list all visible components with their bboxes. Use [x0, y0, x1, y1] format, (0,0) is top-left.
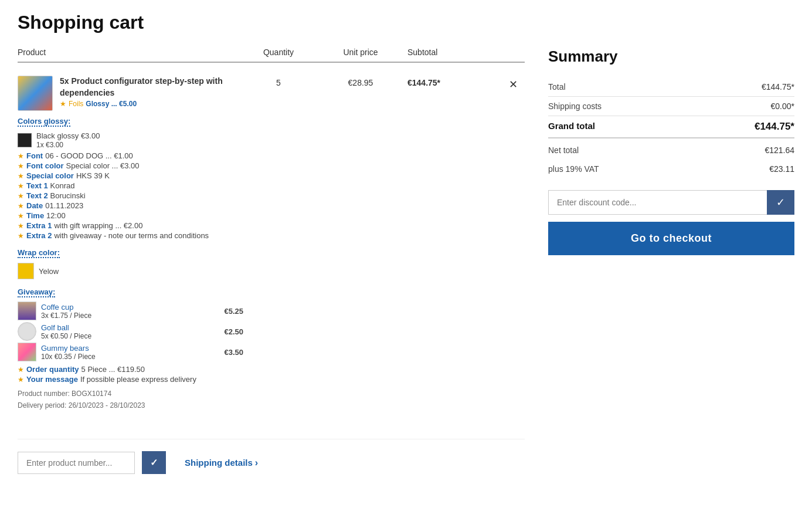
summary-net-row: Net total €121.64 [548, 141, 794, 160]
text1-star: ★ [18, 182, 24, 190]
giveaway-item-golf: Golf ball 5x €0.50 / Piece €2.50 [18, 322, 243, 341]
time-label: Time [26, 211, 44, 220]
col-header-subtotal: Subtotal [407, 48, 501, 57]
your-message-value: If possible please express delivery [80, 375, 196, 384]
font-color-star: ★ [18, 162, 24, 170]
product-number-label: Product number: [18, 390, 70, 398]
product-name: 5x Product configurator step-by-step wit… [60, 76, 243, 99]
cart-section: Product Quantity Unit price Subtotal 5x … [18, 48, 525, 474]
summary-vat-value: €23.11 [769, 164, 794, 174]
gummy-bears-name: Gummy bears [41, 344, 96, 353]
cart-subtotal: €144.75* [407, 76, 501, 87]
date-star: ★ [18, 202, 24, 210]
foils-value: Glossy ... €5.00 [86, 100, 137, 108]
col-header-product: Product [18, 48, 243, 57]
shipping-details-arrow-icon: › [255, 458, 258, 468]
summary-net-label: Net total [548, 145, 579, 155]
font-star: ★ [18, 152, 24, 160]
date-label: Date [26, 201, 43, 210]
text2-value: Borucinski [50, 191, 86, 200]
col-header-remove [501, 48, 525, 57]
text1-line: ★ Text 1 Konrad [18, 181, 243, 190]
special-color-star: ★ [18, 172, 24, 180]
order-qty-star: ★ [18, 365, 24, 374]
giveaway-coffe-info: Coffe cup 3x €1.75 / Piece [41, 303, 91, 320]
coffe-cup-qty: 3x €1.75 / Piece [41, 312, 91, 320]
gummy-bears-qty: 10x €0.35 / Piece [41, 353, 96, 361]
delivery-period: Delivery period: 26/10/2023 - 28/10/2023 [18, 401, 243, 409]
product-thumbnail [18, 76, 53, 111]
shipping-details-label: Shipping details [185, 458, 253, 468]
font-value: 06 - GOOD DOG ... €1.00 [45, 151, 133, 160]
your-message-star: ★ [18, 375, 24, 384]
golf-ball-price: €2.50 [224, 327, 243, 336]
wrap-color-row: Yelow [18, 263, 243, 279]
extra2-label: Extra 2 [26, 231, 52, 240]
giveaway-gummy-info: Gummy bears 10x €0.35 / Piece [41, 344, 96, 361]
product-number-value: BOGX10174 [72, 390, 111, 398]
coffe-cup-name: Coffe cup [41, 303, 91, 312]
text1-label: Text 1 [26, 181, 48, 190]
extra1-value: with gift wrapping ... €2.00 [54, 221, 142, 230]
page-title: Shopping cart [18, 12, 794, 33]
summary-net-value: €121.64 [765, 145, 794, 155]
font-line: ★ Font 06 - GOOD DOG ... €1.00 [18, 151, 243, 160]
giveaway-item-gummy: Gummy bears 10x €0.35 / Piece €3.50 [18, 343, 243, 361]
summary-shipping-value: €0.00* [771, 101, 794, 111]
color-qty: 1x €3.00 [36, 141, 63, 149]
wrap-color-label: Wrap color: [18, 248, 60, 258]
checkout-button[interactable]: Go to checkout [548, 222, 794, 255]
extra2-star: ★ [18, 232, 24, 240]
remove-item-button[interactable]: ✕ [509, 78, 518, 91]
giveaway-golf-info: Golf ball 5x €0.50 / Piece [41, 323, 91, 340]
product-number-submit-button[interactable]: ✓ [142, 451, 166, 474]
summary-title: Summary [548, 48, 794, 66]
discount-row: ✓ [548, 190, 794, 215]
shipping-details-link[interactable]: Shipping details › [185, 458, 258, 468]
extra1-label: Extra 1 [26, 221, 52, 230]
foils-label: Foils [69, 100, 83, 108]
summary-grand-total-row: Grand total €144.75* [548, 116, 794, 138]
color-price: €3.00 [81, 131, 100, 140]
cart-quantity: 5 [243, 76, 314, 87]
summary-vat-label: plus 19% VAT [548, 164, 599, 174]
product-details: 5x Product configurator step-by-step wit… [18, 76, 243, 409]
summary-shipping-label: Shipping costs [548, 101, 602, 111]
color-swatch [18, 133, 32, 147]
summary-grand-label: Grand total [548, 121, 595, 133]
swatch-info: Black glossy €3.00 1x €3.00 [36, 131, 100, 149]
giveaway-label: Giveaway: [18, 287, 55, 297]
bottom-bar: ✓ Shipping details › [18, 439, 525, 474]
order-quantity-line: ★ Order quantity 5 Piece ... €119.50 [18, 365, 243, 374]
time-star: ★ [18, 212, 24, 220]
discount-submit-button[interactable]: ✓ [767, 190, 794, 215]
delivery-value: 26/10/2023 - 28/10/2023 [69, 401, 145, 409]
product-number-input[interactable] [18, 452, 135, 474]
colors-glossy-label: Colors glossy: [18, 117, 70, 127]
wrap-color-swatch [18, 263, 34, 279]
your-message-line: ★ Your message If possible please expres… [18, 375, 243, 384]
summary-section: Summary Total €144.75* Shipping costs €0… [548, 48, 794, 255]
extra2-value: with giveaway - note our terms and condi… [54, 231, 209, 240]
discount-code-input[interactable] [548, 190, 767, 215]
cart-row: 5x Product configurator step-by-step wit… [18, 70, 525, 415]
font-label: Font [26, 151, 43, 160]
col-header-quantity: Quantity [243, 48, 314, 57]
coffe-cup-price: €5.25 [224, 307, 243, 316]
wrap-color-name: Yelow [39, 267, 59, 276]
gummy-bears-thumbnail [18, 343, 36, 361]
order-qty-label: Order quantity [26, 365, 79, 374]
remove-item-col: ✕ [501, 76, 525, 91]
giveaway-item-coffe: Coffe cup 3x €1.75 / Piece €5.25 [18, 302, 243, 320]
color-name: Black glossy [36, 131, 79, 140]
extra1-star: ★ [18, 222, 24, 230]
summary-total-row: Total €144.75* [548, 77, 794, 97]
summary-grand-value: €144.75* [755, 121, 794, 133]
golf-ball-thumbnail [18, 322, 36, 341]
date-value: 01.11.2023 [45, 201, 83, 210]
text2-line: ★ Text 2 Borucinski [18, 191, 243, 200]
extra1-line: ★ Extra 1 with gift wrapping ... €2.00 [18, 221, 243, 230]
special-color-label: Special color [26, 171, 74, 180]
golf-ball-qty: 5x €0.50 / Piece [41, 332, 91, 340]
your-message-label: Your message [26, 375, 78, 384]
